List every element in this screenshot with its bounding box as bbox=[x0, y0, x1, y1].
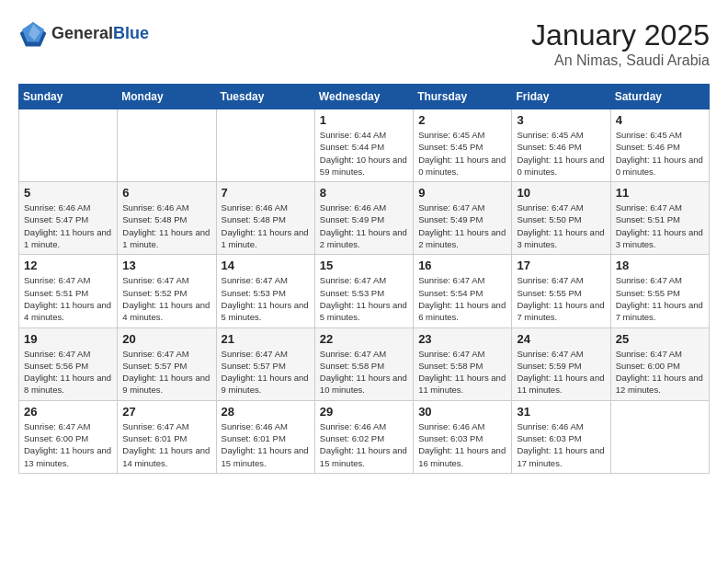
calendar-cell: 24Sunrise: 6:47 AM Sunset: 5:59 PM Dayli… bbox=[512, 327, 610, 400]
day-info: Sunrise: 6:47 AM Sunset: 5:55 PM Dayligh… bbox=[517, 274, 605, 323]
calendar-cell bbox=[610, 400, 709, 473]
calendar-cell: 6Sunrise: 6:46 AM Sunset: 5:48 PM Daylig… bbox=[118, 182, 216, 255]
day-number: 13 bbox=[122, 259, 210, 272]
day-info: Sunrise: 6:47 AM Sunset: 5:53 PM Dayligh… bbox=[222, 274, 310, 323]
calendar-cell: 14Sunrise: 6:47 AM Sunset: 5:53 PM Dayli… bbox=[216, 255, 314, 327]
calendar-week-row: 19Sunrise: 6:47 AM Sunset: 5:56 PM Dayli… bbox=[19, 327, 710, 400]
day-number: 23 bbox=[418, 332, 506, 346]
day-info: Sunrise: 6:46 AM Sunset: 6:03 PM Dayligh… bbox=[517, 420, 605, 469]
calendar-cell: 29Sunrise: 6:46 AM Sunset: 6:02 PM Dayli… bbox=[314, 400, 413, 473]
calendar-cell: 17Sunrise: 6:47 AM Sunset: 5:55 PM Dayli… bbox=[512, 255, 610, 327]
day-info: Sunrise: 6:46 AM Sunset: 5:47 PM Dayligh… bbox=[24, 201, 112, 250]
calendar-week-row: 26Sunrise: 6:47 AM Sunset: 6:00 PM Dayli… bbox=[19, 400, 710, 473]
day-info: Sunrise: 6:45 AM Sunset: 5:46 PM Dayligh… bbox=[616, 129, 704, 178]
day-number: 8 bbox=[320, 186, 408, 200]
day-info: Sunrise: 6:47 AM Sunset: 6:00 PM Dayligh… bbox=[24, 420, 112, 469]
day-number: 6 bbox=[122, 186, 210, 200]
day-info: Sunrise: 6:47 AM Sunset: 6:01 PM Dayligh… bbox=[122, 420, 210, 469]
day-info: Sunrise: 6:47 AM Sunset: 5:58 PM Dayligh… bbox=[320, 348, 408, 396]
day-number: 21 bbox=[222, 332, 310, 346]
calendar-cell: 19Sunrise: 6:47 AM Sunset: 5:56 PM Dayli… bbox=[19, 327, 118, 400]
weekday-header: Saturday bbox=[610, 85, 709, 109]
day-number: 29 bbox=[320, 405, 408, 419]
calendar-cell: 3Sunrise: 6:45 AM Sunset: 5:46 PM Daylig… bbox=[512, 109, 610, 182]
page-header: GeneralBlue January 2025 An Nimas, Saudi… bbox=[18, 18, 710, 69]
calendar-cell: 9Sunrise: 6:47 AM Sunset: 5:49 PM Daylig… bbox=[414, 182, 512, 255]
calendar-cell bbox=[19, 109, 118, 182]
day-number: 9 bbox=[418, 186, 506, 200]
calendar-cell: 7Sunrise: 6:46 AM Sunset: 5:48 PM Daylig… bbox=[216, 182, 314, 255]
weekday-header: Tuesday bbox=[216, 85, 314, 109]
day-number: 24 bbox=[517, 332, 605, 346]
day-number: 4 bbox=[616, 113, 704, 127]
weekday-header: Monday bbox=[118, 85, 216, 109]
weekday-header: Friday bbox=[512, 85, 610, 109]
day-info: Sunrise: 6:47 AM Sunset: 6:00 PM Dayligh… bbox=[616, 348, 704, 396]
day-number: 3 bbox=[517, 113, 605, 127]
calendar-cell: 31Sunrise: 6:46 AM Sunset: 6:03 PM Dayli… bbox=[512, 400, 610, 473]
day-info: Sunrise: 6:45 AM Sunset: 5:46 PM Dayligh… bbox=[517, 129, 605, 178]
day-number: 16 bbox=[418, 259, 506, 272]
calendar-cell: 10Sunrise: 6:47 AM Sunset: 5:50 PM Dayli… bbox=[512, 182, 610, 255]
day-info: Sunrise: 6:47 AM Sunset: 5:50 PM Dayligh… bbox=[517, 201, 605, 250]
calendar-cell: 11Sunrise: 6:47 AM Sunset: 5:51 PM Dayli… bbox=[610, 182, 709, 255]
day-info: Sunrise: 6:46 AM Sunset: 6:02 PM Dayligh… bbox=[320, 420, 408, 469]
month-title: January 2025 bbox=[531, 18, 710, 52]
day-info: Sunrise: 6:47 AM Sunset: 5:53 PM Dayligh… bbox=[320, 274, 408, 323]
calendar-cell: 8Sunrise: 6:46 AM Sunset: 5:49 PM Daylig… bbox=[314, 182, 413, 255]
title-block: January 2025 An Nimas, Saudi Arabia bbox=[531, 18, 710, 69]
day-number: 20 bbox=[122, 332, 210, 346]
day-number: 11 bbox=[616, 186, 704, 200]
day-number: 10 bbox=[517, 186, 605, 200]
day-number: 1 bbox=[320, 113, 408, 127]
day-number: 25 bbox=[616, 332, 704, 346]
calendar-cell: 23Sunrise: 6:47 AM Sunset: 5:58 PM Dayli… bbox=[414, 327, 512, 400]
calendar-cell: 20Sunrise: 6:47 AM Sunset: 5:57 PM Dayli… bbox=[118, 327, 216, 400]
weekday-header-row: SundayMondayTuesdayWednesdayThursdayFrid… bbox=[19, 85, 710, 109]
calendar-cell: 28Sunrise: 6:46 AM Sunset: 6:01 PM Dayli… bbox=[216, 400, 314, 473]
logo: GeneralBlue bbox=[18, 18, 149, 48]
calendar-table: SundayMondayTuesdayWednesdayThursdayFrid… bbox=[18, 84, 710, 474]
weekday-header: Sunday bbox=[19, 85, 118, 109]
calendar-cell: 13Sunrise: 6:47 AM Sunset: 5:52 PM Dayli… bbox=[118, 255, 216, 327]
day-number: 17 bbox=[517, 259, 605, 272]
logo-icon bbox=[18, 18, 48, 48]
calendar-cell: 21Sunrise: 6:47 AM Sunset: 5:57 PM Dayli… bbox=[216, 327, 314, 400]
day-number: 26 bbox=[24, 405, 112, 419]
day-info: Sunrise: 6:47 AM Sunset: 5:57 PM Dayligh… bbox=[222, 348, 310, 396]
day-number: 2 bbox=[418, 113, 506, 127]
day-number: 14 bbox=[222, 259, 310, 272]
day-info: Sunrise: 6:47 AM Sunset: 5:51 PM Dayligh… bbox=[24, 274, 112, 323]
day-info: Sunrise: 6:47 AM Sunset: 5:55 PM Dayligh… bbox=[616, 274, 704, 323]
day-info: Sunrise: 6:47 AM Sunset: 5:51 PM Dayligh… bbox=[616, 201, 704, 250]
calendar-cell: 4Sunrise: 6:45 AM Sunset: 5:46 PM Daylig… bbox=[610, 109, 709, 182]
calendar-cell: 26Sunrise: 6:47 AM Sunset: 6:00 PM Dayli… bbox=[19, 400, 118, 473]
day-number: 19 bbox=[24, 332, 112, 346]
day-info: Sunrise: 6:47 AM Sunset: 5:52 PM Dayligh… bbox=[122, 274, 210, 323]
calendar-cell: 12Sunrise: 6:47 AM Sunset: 5:51 PM Dayli… bbox=[19, 255, 118, 327]
day-number: 12 bbox=[24, 259, 112, 272]
day-number: 18 bbox=[616, 259, 704, 272]
day-number: 31 bbox=[517, 405, 605, 419]
calendar-week-row: 1Sunrise: 6:44 AM Sunset: 5:44 PM Daylig… bbox=[19, 109, 710, 182]
day-info: Sunrise: 6:46 AM Sunset: 5:48 PM Dayligh… bbox=[222, 201, 310, 250]
day-number: 27 bbox=[122, 405, 210, 419]
weekday-header: Thursday bbox=[414, 85, 512, 109]
day-info: Sunrise: 6:47 AM Sunset: 5:54 PM Dayligh… bbox=[418, 274, 506, 323]
day-info: Sunrise: 6:47 AM Sunset: 5:56 PM Dayligh… bbox=[24, 348, 112, 396]
calendar-cell: 25Sunrise: 6:47 AM Sunset: 6:00 PM Dayli… bbox=[610, 327, 709, 400]
day-number: 30 bbox=[418, 405, 506, 419]
day-info: Sunrise: 6:46 AM Sunset: 5:48 PM Dayligh… bbox=[122, 201, 210, 250]
day-info: Sunrise: 6:46 AM Sunset: 5:49 PM Dayligh… bbox=[320, 201, 408, 250]
day-info: Sunrise: 6:47 AM Sunset: 5:49 PM Dayligh… bbox=[418, 201, 506, 250]
day-info: Sunrise: 6:44 AM Sunset: 5:44 PM Dayligh… bbox=[320, 129, 408, 178]
day-info: Sunrise: 6:47 AM Sunset: 5:58 PM Dayligh… bbox=[418, 348, 506, 396]
day-number: 15 bbox=[320, 259, 408, 272]
day-number: 5 bbox=[24, 186, 112, 200]
day-info: Sunrise: 6:46 AM Sunset: 6:03 PM Dayligh… bbox=[418, 420, 506, 469]
calendar-cell: 5Sunrise: 6:46 AM Sunset: 5:47 PM Daylig… bbox=[19, 182, 118, 255]
calendar-cell: 30Sunrise: 6:46 AM Sunset: 6:03 PM Dayli… bbox=[414, 400, 512, 473]
day-number: 22 bbox=[320, 332, 408, 346]
calendar-cell: 15Sunrise: 6:47 AM Sunset: 5:53 PM Dayli… bbox=[314, 255, 413, 327]
day-info: Sunrise: 6:47 AM Sunset: 5:57 PM Dayligh… bbox=[122, 348, 210, 396]
